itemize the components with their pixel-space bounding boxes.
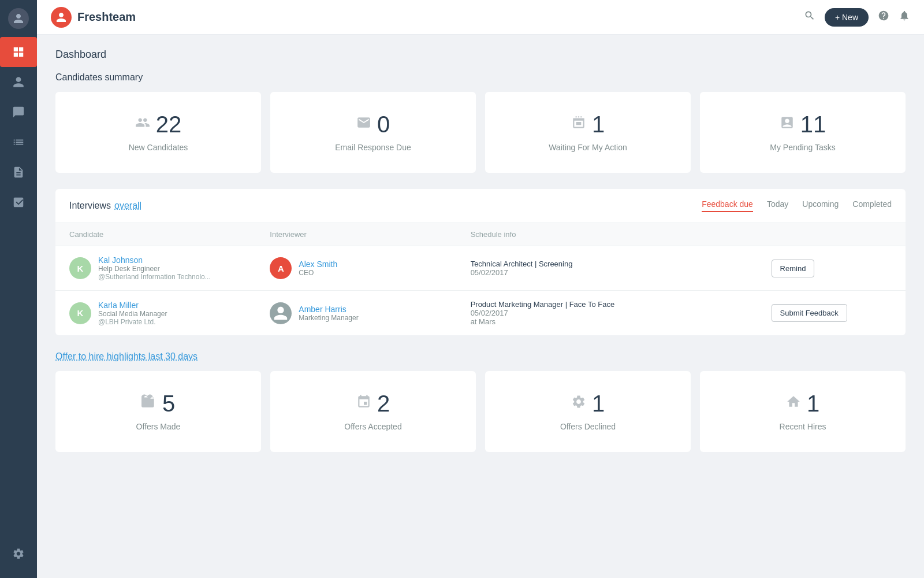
- candidate-company-2: @LBH Private Ltd.: [98, 318, 167, 326]
- candidates-summary-cards: 22 New Candidates 0 Email Response Due: [55, 92, 906, 173]
- offer-title-period[interactable]: last 30 days: [148, 351, 198, 361]
- card-waiting-action[interactable]: 1 Waiting For My Action: [485, 92, 691, 173]
- action-cell-2: Submit Feedback: [772, 304, 892, 322]
- offer-title-text: Offer to hire highlights: [55, 351, 148, 361]
- col-action: [772, 230, 892, 239]
- card-top-new: 22: [135, 113, 182, 136]
- interviewer-avatar-2: [270, 302, 292, 324]
- card-offers-made[interactable]: 5 Offers Made: [55, 371, 261, 452]
- interviews-table: Candidate Interviewer Schedule info K Ka…: [55, 223, 906, 335]
- offers-made-icon: [141, 394, 157, 413]
- waiting-action-icon: [571, 115, 586, 134]
- sidebar-item-dashboard[interactable]: [0, 37, 37, 67]
- logo-icon: [51, 7, 72, 28]
- card-recent-hires[interactable]: 1 Recent Hires: [700, 371, 906, 452]
- sidebar-item-documents[interactable]: [0, 157, 37, 187]
- interviews-section: Interviews overall Feedback due Today Up…: [55, 189, 906, 335]
- interviews-header: Interviews overall Feedback due Today Up…: [55, 189, 906, 223]
- sidebar-item-messages[interactable]: [0, 97, 37, 127]
- schedule-location-2: at Mars: [471, 317, 772, 326]
- card-email-response[interactable]: 0 Email Response Due: [270, 92, 476, 173]
- card-offers-declined[interactable]: 1 Offers Declined: [485, 371, 691, 452]
- table-row: K Karla Miller Social Media Manager @LBH…: [55, 291, 906, 335]
- candidate-role-1: Help Desk Engineer: [98, 265, 211, 273]
- col-candidate: Candidate: [69, 230, 270, 239]
- card-top-offers-declined: 1: [571, 392, 605, 415]
- action-cell-1: Remind: [772, 260, 892, 277]
- page-title: Dashboard: [55, 49, 906, 61]
- offers-declined-number: 1: [592, 392, 605, 415]
- email-response-label: Email Response Due: [335, 143, 411, 152]
- recent-hires-number: 1: [807, 392, 819, 415]
- table-row: K Kal Johnson Help Desk Engineer @Suther…: [55, 246, 906, 291]
- candidates-summary-title: Candidates summary: [55, 72, 906, 83]
- notification-icon[interactable]: [899, 10, 910, 24]
- col-schedule: Schedule info: [471, 230, 772, 239]
- interviewer-role-2: Marketing Manager: [299, 314, 358, 322]
- sidebar-item-lists[interactable]: [0, 127, 37, 157]
- schedule-date-1: 05/02/2017: [471, 268, 772, 277]
- new-button[interactable]: + New: [825, 8, 869, 27]
- topbar-actions: + New: [804, 8, 910, 27]
- candidate-role-2: Social Media Manager: [98, 310, 167, 318]
- schedule-title-1: Technical Architect | Screening: [471, 260, 772, 268]
- tab-today[interactable]: Today: [767, 199, 788, 212]
- schedule-title-2: Product Marketing Manager | Face To Face: [471, 300, 772, 309]
- card-new-candidates[interactable]: 22 New Candidates: [55, 92, 261, 173]
- tab-completed[interactable]: Completed: [852, 199, 892, 212]
- candidate-avatar-1: K: [69, 257, 91, 279]
- candidate-name-2[interactable]: Karla Miller: [98, 301, 167, 310]
- schedule-info-1: Technical Architect | Screening 05/02/20…: [471, 260, 772, 277]
- email-response-number: 0: [377, 113, 390, 136]
- submit-feedback-button[interactable]: Submit Feedback: [772, 304, 847, 322]
- card-top-offers-made: 5: [141, 392, 175, 415]
- card-pending-tasks[interactable]: 11 My Pending Tasks: [700, 92, 906, 173]
- card-offers-accepted[interactable]: 2 Offers Accepted: [270, 371, 476, 452]
- tab-feedback-due[interactable]: Feedback due: [702, 199, 753, 212]
- card-top-email: 0: [356, 113, 390, 136]
- app-logo: Freshteam: [51, 7, 136, 28]
- offers-accepted-number: 2: [377, 392, 390, 415]
- interviews-tabs: Feedback due Today Upcoming Completed: [702, 199, 892, 212]
- interviewer-info-1: Alex Smith CEO: [299, 260, 337, 277]
- offers-accepted-icon: [356, 394, 371, 413]
- new-candidates-icon: [135, 115, 150, 134]
- interviewer-cell-2: Amber Harris Marketing Manager: [270, 302, 470, 324]
- interviewer-role-1: CEO: [299, 269, 337, 277]
- interviewer-info-2: Amber Harris Marketing Manager: [299, 305, 358, 322]
- pending-tasks-number: 11: [800, 113, 826, 136]
- user-avatar: [8, 8, 29, 29]
- tab-upcoming[interactable]: Upcoming: [802, 199, 839, 212]
- new-candidates-number: 22: [156, 113, 182, 136]
- interviewer-name-2[interactable]: Amber Harris: [299, 305, 358, 314]
- schedule-date-2: 05/02/2017: [471, 309, 772, 317]
- offer-highlights-cards: 5 Offers Made 2 Offers Accepted: [55, 371, 906, 452]
- help-icon[interactable]: [878, 10, 889, 24]
- waiting-action-label: Waiting For My Action: [549, 143, 627, 152]
- card-top-waiting: 1: [571, 113, 605, 136]
- topbar: Freshteam + New: [37, 0, 924, 35]
- candidate-name-1[interactable]: Kal Johnson: [98, 255, 211, 265]
- search-icon[interactable]: [804, 10, 815, 24]
- interviews-overall[interactable]: overall: [114, 201, 141, 211]
- card-top-recent-hires: 1: [786, 392, 819, 415]
- sidebar-item-candidates[interactable]: [0, 67, 37, 97]
- table-header: Candidate Interviewer Schedule info: [55, 223, 906, 246]
- sidebar-item-settings[interactable]: [0, 539, 37, 569]
- candidate-info-1: Kal Johnson Help Desk Engineer @Sutherla…: [98, 255, 211, 281]
- sidebar-item-reports[interactable]: [0, 187, 37, 217]
- user-avatar-area: [0, 0, 37, 37]
- offers-declined-icon: [571, 394, 586, 413]
- main-content: Freshteam + New Dashboard: [37, 0, 924, 578]
- candidate-company-1: @Sutherland Information Technolo...: [98, 273, 211, 281]
- pending-tasks-label: My Pending Tasks: [770, 143, 835, 152]
- offers-made-label: Offers Made: [136, 422, 181, 431]
- page-content: Dashboard Candidates summary 22 New Cand…: [37, 35, 924, 578]
- recent-hires-label: Recent Hires: [780, 422, 826, 431]
- card-top-tasks: 11: [780, 113, 826, 136]
- remind-button[interactable]: Remind: [772, 260, 815, 277]
- col-interviewer: Interviewer: [270, 230, 470, 239]
- interviewer-name-1[interactable]: Alex Smith: [299, 260, 337, 269]
- card-top-offers-accepted: 2: [356, 392, 390, 415]
- new-candidates-label: New Candidates: [129, 143, 188, 152]
